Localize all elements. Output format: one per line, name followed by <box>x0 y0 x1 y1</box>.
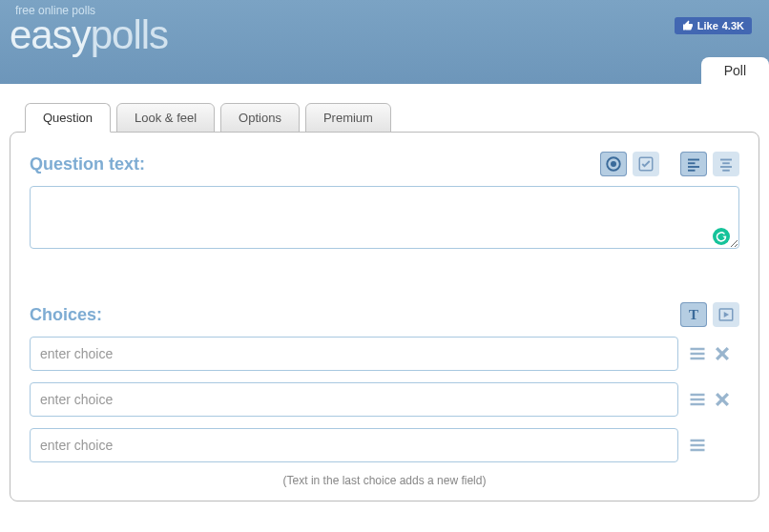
choice-input-3[interactable] <box>30 428 678 462</box>
like-label: Like <box>697 20 718 31</box>
question-panel: Question text: <box>10 132 759 501</box>
choices-header: Choices: T <box>30 302 739 327</box>
question-header: Question text: <box>30 152 739 176</box>
remove-choice-icon[interactable] <box>713 390 732 409</box>
align-left-icon <box>685 155 702 173</box>
tab-options[interactable]: Options <box>220 103 300 133</box>
thumbs-up-icon <box>682 20 694 31</box>
tab-question[interactable]: Question <box>25 103 111 133</box>
svg-point-1 <box>611 161 616 167</box>
align-center-button[interactable] <box>713 152 739 176</box>
question-textarea-wrap <box>30 186 739 253</box>
choice-type-icons: T <box>680 302 739 327</box>
tab-premium[interactable]: Premium <box>305 103 391 133</box>
choice-input-2[interactable] <box>30 382 678 417</box>
remove-choice-icon[interactable] <box>713 344 732 363</box>
text-icon: T <box>685 306 702 323</box>
tab-look-feel[interactable]: Look & feel <box>116 103 215 133</box>
media-choice-button[interactable] <box>713 302 739 327</box>
choice-row-2 <box>30 382 739 417</box>
choice-row-1 <box>30 337 739 371</box>
drag-handle-icon[interactable] <box>688 390 707 409</box>
content: Question Look & feel Options Premium Que… <box>0 84 769 511</box>
text-choice-button[interactable]: T <box>680 302 707 327</box>
logo: easypolls <box>10 17 759 53</box>
grammarly-icon[interactable] <box>713 228 730 245</box>
choice-row-3 <box>30 428 739 462</box>
radio-type-button[interactable] <box>600 152 627 176</box>
tab-bar: Question Look & feel Options Premium <box>25 103 759 133</box>
logo-polls: polls <box>91 12 168 57</box>
question-type-icons <box>600 152 739 176</box>
check-icon <box>637 155 655 173</box>
radio-icon <box>605 155 622 173</box>
drag-handle-icon[interactable] <box>688 344 707 363</box>
choices-hint: (Text in the last choice adds a new fiel… <box>30 474 739 487</box>
poll-tab[interactable]: Poll <box>701 57 769 84</box>
drag-handle-icon[interactable] <box>688 436 707 455</box>
svg-text:T: T <box>689 307 698 322</box>
facebook-like-button[interactable]: Like 4.3K <box>675 17 752 34</box>
align-center-icon <box>717 155 735 173</box>
logo-easy: easy <box>10 12 91 57</box>
choice-input-1[interactable] <box>30 337 678 371</box>
question-textarea[interactable] <box>30 186 739 249</box>
media-icon <box>717 306 735 323</box>
app-header: free online polls easypolls Like 4.3K Po… <box>0 0 769 84</box>
checkbox-type-button[interactable] <box>633 152 659 176</box>
choices-section: Choices: T <box>30 302 739 487</box>
align-left-button[interactable] <box>680 152 707 176</box>
question-label: Question text: <box>30 154 145 174</box>
like-count: 4.3K <box>722 20 744 31</box>
choices-label: Choices: <box>30 305 102 325</box>
